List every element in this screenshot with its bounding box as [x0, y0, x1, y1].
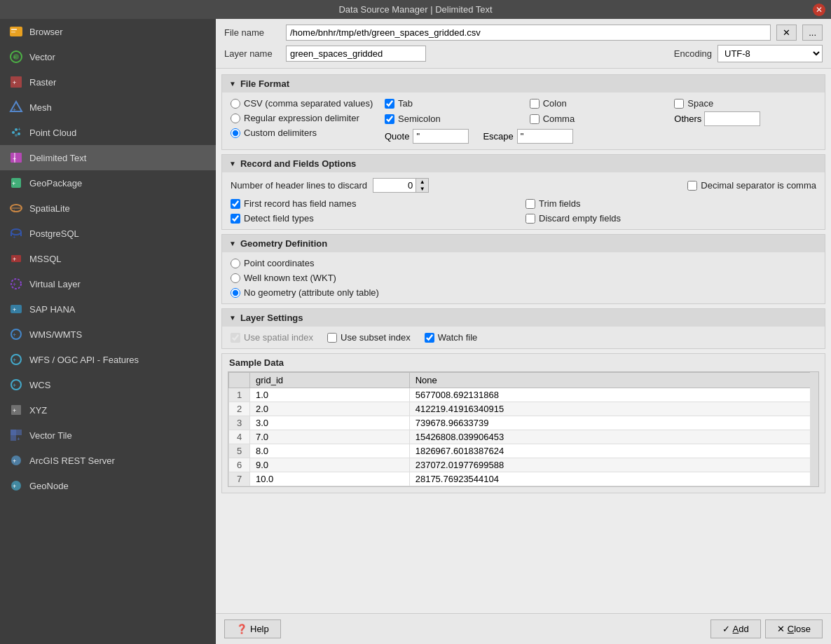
file-format-header[interactable]: ▼ File Format: [222, 75, 825, 93]
subset-index-checkbox[interactable]: [327, 333, 337, 343]
sidebar-item-mssql-label: MSSQL: [29, 254, 62, 264]
detect-types-checkbox[interactable]: [231, 214, 240, 224]
header-lines-input[interactable]: [373, 179, 416, 192]
grid-id-cell: 7.0: [250, 430, 410, 444]
saphana-icon: +: [8, 301, 24, 317]
add-button[interactable]: ✓ Add: [710, 619, 761, 638]
row-num: 4: [229, 430, 250, 444]
sidebar-item-vectortile[interactable]: + Vector Tile: [0, 423, 216, 448]
colon-label: Colon: [543, 98, 567, 109]
sidebar-item-spatialite[interactable]: + SpatiaLite: [0, 196, 216, 221]
sidebar-item-wfs[interactable]: + WFS / OGC API - Features: [0, 347, 216, 372]
detect-types-row[interactable]: Detect field types: [231, 213, 521, 224]
sidebar-item-virtual[interactable]: + Virtual Layer: [0, 271, 216, 296]
first-record-row[interactable]: First record has field names: [231, 198, 521, 209]
semicolon-check-row[interactable]: Semicolon: [385, 114, 527, 124]
watch-file-row[interactable]: Watch file: [425, 332, 478, 343]
geometry-def-header[interactable]: ▼ Geometry Definition: [222, 235, 825, 252]
escape-input[interactable]: [517, 129, 573, 144]
browse-button[interactable]: ...: [802, 25, 823, 41]
comma-checkbox[interactable]: [530, 114, 540, 124]
geopackage-icon: +: [8, 175, 24, 191]
record-fields-arrow: ▼: [229, 160, 236, 167]
layer-settings-title: Layer Settings: [240, 313, 303, 323]
subset-index-row[interactable]: Use subset index: [327, 332, 411, 343]
spinbox-up-button[interactable]: ▲: [416, 179, 428, 186]
geonode-icon: +: [8, 478, 24, 493]
clear-filename-button[interactable]: ✕: [776, 25, 797, 41]
sidebar-item-mssql[interactable]: + MSSQL: [0, 246, 216, 271]
svg-text:+: +: [13, 156, 16, 163]
regexp-radio-row[interactable]: Regular expression delimiter: [231, 113, 385, 123]
wkt-label: Well known text (WKT): [244, 273, 336, 283]
sidebar-item-mesh[interactable]: + Mesh: [0, 95, 216, 120]
close-button[interactable]: ✕ Close: [765, 619, 823, 638]
help-button[interactable]: ❓ Help: [224, 619, 281, 638]
sidebar-item-delimited[interactable]: + Delimited Text: [0, 145, 216, 170]
csv-radio-row[interactable]: CSV (comma separated values): [231, 98, 385, 109]
discard-empty-row[interactable]: Discard empty fields: [526, 213, 816, 224]
sidebar-item-delimited-label: Delimited Text: [29, 153, 86, 163]
tab-check-row[interactable]: Tab: [385, 98, 527, 109]
svg-text:+: +: [13, 79, 16, 86]
grid-id-cell: 1.0: [250, 388, 410, 402]
wkt-radio[interactable]: [231, 273, 240, 283]
custom-radio-row[interactable]: Custom delimiters: [231, 128, 385, 138]
filename-input[interactable]: [286, 25, 771, 41]
sidebar-item-vector[interactable]: + Vector: [0, 44, 216, 69]
no-geom-radio[interactable]: [231, 288, 240, 298]
sidebar-item-geopackage[interactable]: + GeoPackage: [0, 170, 216, 196]
svg-point-13: [15, 134, 18, 137]
action-buttons: ✓ Add ✕ Close: [710, 619, 823, 638]
grid-id-cell: 9.0: [250, 458, 410, 472]
layer-settings-header[interactable]: ▼ Layer Settings: [222, 309, 825, 327]
xyz-icon: +: [8, 402, 24, 418]
sidebar-item-xyz[interactable]: + XYZ: [0, 397, 216, 423]
custom-radio[interactable]: [231, 128, 240, 138]
sidebar-item-arcgis[interactable]: + ArcGIS REST Server: [0, 448, 216, 473]
trim-fields-row[interactable]: Trim fields: [526, 198, 816, 209]
wkt-row[interactable]: Well known text (WKT): [231, 273, 816, 283]
tab-checkbox[interactable]: [385, 99, 394, 109]
encoding-select[interactable]: UTF-8 UTF-16 ISO-8859-1 ASCII: [717, 45, 823, 62]
first-record-checkbox[interactable]: [231, 199, 240, 209]
discard-empty-checkbox[interactable]: [526, 214, 535, 224]
sidebar-item-saphana[interactable]: + SAP HANA: [0, 296, 216, 322]
record-fields-header[interactable]: ▼ Record and Fields Options: [222, 155, 825, 172]
quote-input[interactable]: [413, 129, 469, 144]
sidebar-item-geonode[interactable]: + GeoNode: [0, 473, 216, 498]
comma-check-row[interactable]: Comma: [530, 114, 672, 124]
sidebar-item-pointcloud[interactable]: + Point Cloud: [0, 120, 216, 145]
csv-radio[interactable]: [231, 99, 240, 109]
point-coords-radio[interactable]: [231, 259, 240, 268]
layername-input[interactable]: [286, 46, 426, 62]
svg-text:+: +: [13, 382, 16, 389]
scrollbar[interactable]: [810, 372, 818, 486]
colon-checkbox[interactable]: [530, 99, 540, 109]
others-input[interactable]: [704, 111, 760, 126]
svg-rect-41: [11, 430, 16, 435]
point-coords-row[interactable]: Point coordinates: [231, 258, 816, 268]
watch-file-checkbox[interactable]: [425, 333, 434, 343]
space-check-row[interactable]: Space: [674, 98, 816, 109]
sidebar-item-wcs[interactable]: + WCS: [0, 372, 216, 397]
table-row: 33.0739678.96633739: [229, 416, 818, 430]
sidebar-item-browser[interactable]: Browser: [0, 19, 216, 44]
sidebar-item-postgresql[interactable]: + PostgreSQL: [0, 221, 216, 246]
row-num: 7: [229, 472, 250, 486]
decimal-comma-checkbox[interactable]: [687, 181, 697, 191]
space-checkbox[interactable]: [674, 99, 684, 109]
window-close-button[interactable]: ✕: [813, 4, 825, 16]
sidebar-item-raster[interactable]: + Raster: [0, 69, 216, 95]
semicolon-checkbox[interactable]: [385, 114, 394, 124]
custom-label: Custom delimiters: [244, 128, 317, 138]
decimal-comma-row[interactable]: Decimal separator is comma: [687, 180, 816, 191]
spinbox-down-button[interactable]: ▼: [416, 186, 428, 193]
sidebar-item-wms[interactable]: + WMS/WMTS: [0, 322, 216, 347]
regexp-radio[interactable]: [231, 114, 240, 123]
no-geom-row[interactable]: No geometry (attribute only table): [231, 287, 816, 298]
colon-check-row[interactable]: Colon: [530, 98, 672, 109]
sidebar-item-wcs-label: WCS: [29, 380, 50, 390]
sidebar-item-geopackage-label: GeoPackage: [29, 178, 82, 189]
trim-fields-checkbox[interactable]: [526, 199, 535, 209]
